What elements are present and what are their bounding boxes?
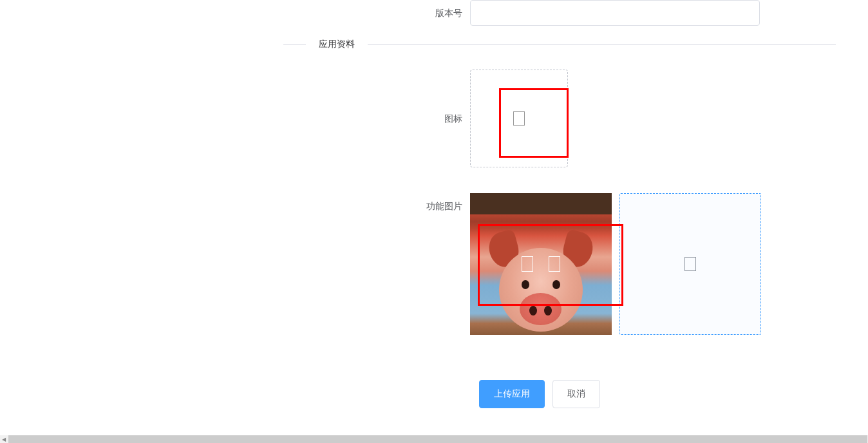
divider-line — [368, 44, 836, 45]
form-container: 版本号 应用资料 图标 功能图片 — [0, 0, 868, 408]
feature-images-row: 功能图片 — [13, 193, 855, 335]
feature-image-actions — [522, 256, 560, 272]
add-icon — [684, 257, 696, 271]
section-divider: 应用资料 — [13, 39, 855, 50]
delete-icon[interactable] — [549, 256, 560, 272]
icon-upload-box[interactable] — [470, 70, 568, 167]
feature-images-list — [470, 193, 855, 335]
icon-label: 图标 — [13, 70, 470, 167]
icon-upload-container — [470, 70, 855, 167]
preview-icon[interactable] — [522, 256, 533, 272]
horizontal-scrollbar[interactable]: ◀ — [0, 435, 868, 443]
icon-content — [470, 70, 855, 167]
version-content — [470, 0, 855, 26]
version-row: 版本号 — [13, 0, 855, 26]
highlight-box-icon — [499, 88, 569, 158]
section-title: 应用资料 — [319, 39, 355, 50]
version-label: 版本号 — [13, 0, 470, 26]
cancel-button[interactable]: 取消 — [552, 380, 600, 408]
scrollbar-thumb[interactable] — [8, 435, 867, 443]
feature-images-content — [470, 193, 855, 335]
scroll-left-icon[interactable]: ◀ — [0, 435, 8, 443]
divider-dash — [283, 44, 306, 45]
upload-button[interactable]: 上传应用 — [479, 380, 545, 408]
icon-row: 图标 — [13, 70, 855, 167]
feature-images-label: 功能图片 — [13, 193, 470, 219]
button-row: 上传应用 取消 — [479, 380, 855, 408]
feature-image-item[interactable] — [470, 193, 612, 335]
version-input[interactable] — [470, 0, 760, 26]
add-feature-image-box[interactable] — [619, 193, 761, 335]
